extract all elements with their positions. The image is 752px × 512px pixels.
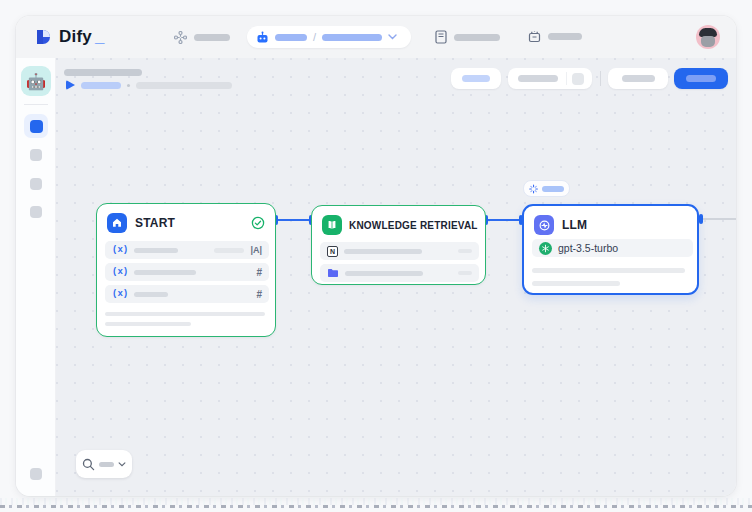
current-app-icon[interactable]: 🤖 xyxy=(21,66,51,96)
magic-bot-icon xyxy=(528,30,541,43)
knowledge-node-title: KNOWLEDGE RETRIEVAL xyxy=(349,220,478,231)
sidebar-divider xyxy=(24,104,48,105)
chevron-down-icon xyxy=(388,34,397,40)
edge-start-to-knowledge xyxy=(277,219,311,221)
llm-model-row[interactable]: gpt-3.5-turbo xyxy=(532,239,693,257)
screenshot-noise-strip xyxy=(0,505,752,508)
start-var-row-2[interactable]: (x) # xyxy=(105,263,269,281)
var3-name-skeleton xyxy=(134,292,168,297)
running-label-skeleton xyxy=(542,186,564,192)
variable-icon: (x) xyxy=(112,245,128,255)
zoom-control[interactable] xyxy=(76,450,132,478)
node-llm[interactable]: LLM gpt-3.5-turbo xyxy=(522,204,699,295)
dataset1-name-skeleton xyxy=(344,249,422,254)
workflow-menu[interactable] xyxy=(174,31,230,44)
start-desc-skeleton-2 xyxy=(105,322,191,326)
spinner-icon xyxy=(529,184,538,194)
start-node-title: START xyxy=(135,216,175,230)
llm-running-badge xyxy=(523,180,570,197)
docs-label-skeleton xyxy=(454,34,500,41)
book-icon xyxy=(435,30,447,44)
separator-dot xyxy=(127,84,130,87)
screenshot-noise-band xyxy=(0,498,752,505)
var2-name-skeleton xyxy=(134,270,196,275)
sidebar-item-4[interactable] xyxy=(30,206,42,218)
edge-llm-outgoing xyxy=(702,218,736,220)
knowledge-book-icon xyxy=(322,215,342,235)
preview-label-skeleton xyxy=(518,75,558,82)
knowledge-node-header: KNOWLEDGE RETRIEVAL xyxy=(312,206,485,241)
zoom-search-icon xyxy=(82,458,95,471)
success-check-icon xyxy=(251,216,265,230)
dify-logo[interactable]: Dify _ xyxy=(34,16,104,58)
dataset1-count-skeleton xyxy=(458,249,472,253)
home-icon xyxy=(107,213,127,233)
run-button-label-skeleton xyxy=(622,75,655,82)
variable-icon: (x) xyxy=(112,267,128,277)
publish-button[interactable] xyxy=(674,68,728,89)
user-avatar[interactable] xyxy=(696,25,720,49)
workflow-icon xyxy=(174,31,187,44)
workflow-label-skeleton xyxy=(194,34,230,41)
logo-text: Dify xyxy=(59,27,92,47)
notion-icon: N xyxy=(327,246,338,257)
active-square-icon xyxy=(30,120,43,133)
workflow-canvas[interactable]: START (x) |A| (x) # (x) xyxy=(56,58,736,496)
dataset2-count-skeleton xyxy=(458,271,472,275)
var1-value-skeleton xyxy=(214,248,244,253)
avatar-face xyxy=(701,36,715,47)
chevron-down-icon xyxy=(118,462,126,467)
number-type-icon: # xyxy=(256,267,262,278)
edge-knowledge-to-llm xyxy=(487,219,522,221)
run-status-row xyxy=(66,80,232,90)
docs-menu[interactable] xyxy=(435,30,500,44)
start-desc-skeleton-1 xyxy=(105,312,265,316)
split-menu-icon[interactable] xyxy=(572,73,584,85)
variable-icon: (x) xyxy=(112,289,128,299)
node-start[interactable]: START (x) |A| (x) # (x) xyxy=(96,203,276,337)
app-switcher-pill[interactable]: / xyxy=(247,26,411,48)
workflow-title-skeleton xyxy=(64,69,142,76)
play-icon[interactable] xyxy=(66,80,75,90)
bot-icon xyxy=(256,31,269,44)
model-name: gpt-3.5-turbo xyxy=(558,242,618,254)
edge3-source-handle[interactable] xyxy=(699,214,703,224)
preview-split-button[interactable] xyxy=(508,68,592,89)
zoom-level-skeleton xyxy=(99,462,114,467)
split-divider xyxy=(566,72,567,85)
breadcrumb-separator: / xyxy=(313,31,316,43)
run-label-skeleton xyxy=(81,82,121,89)
run-meta-skeleton xyxy=(136,82,232,89)
assistant-menu[interactable] xyxy=(528,30,582,43)
run-button[interactable] xyxy=(608,68,668,89)
workflow-name-skeleton xyxy=(322,34,382,41)
llm-node-title: LLM xyxy=(562,218,587,232)
toolbar-divider xyxy=(600,71,601,86)
llm-icon xyxy=(534,215,554,235)
dataset-row-2[interactable] xyxy=(320,264,479,282)
start-var-row-1[interactable]: (x) |A| xyxy=(105,241,269,259)
sidebar-item-3[interactable] xyxy=(30,178,42,190)
node-knowledge-retrieval[interactable]: KNOWLEDGE RETRIEVAL N xyxy=(311,205,486,285)
app-name-skeleton xyxy=(275,34,307,41)
folder-icon xyxy=(327,268,339,278)
app-window: Dify _ / xyxy=(16,16,736,496)
assistant-label-skeleton xyxy=(548,33,582,40)
llm-desc-skeleton-2 xyxy=(532,281,620,286)
left-sidebar: 🤖 xyxy=(16,58,56,496)
logo-cursor: _ xyxy=(95,27,104,47)
features-button[interactable] xyxy=(451,68,501,89)
llm-desc-skeleton-1 xyxy=(532,268,685,273)
features-label-skeleton xyxy=(462,75,490,82)
sidebar-item-workflow-active[interactable] xyxy=(24,114,48,138)
string-type-icon: |A| xyxy=(250,245,262,255)
sidebar-item-settings[interactable] xyxy=(30,468,42,480)
start-var-row-3[interactable]: (x) # xyxy=(105,285,269,303)
var1-name-skeleton xyxy=(134,248,178,253)
llm-node-header: LLM xyxy=(524,206,697,241)
dataset2-name-skeleton xyxy=(345,271,423,276)
number-type-icon: # xyxy=(256,289,262,300)
sidebar-item-2[interactable] xyxy=(30,149,42,161)
openai-icon xyxy=(539,242,552,255)
dataset-row-1[interactable]: N xyxy=(320,242,479,260)
